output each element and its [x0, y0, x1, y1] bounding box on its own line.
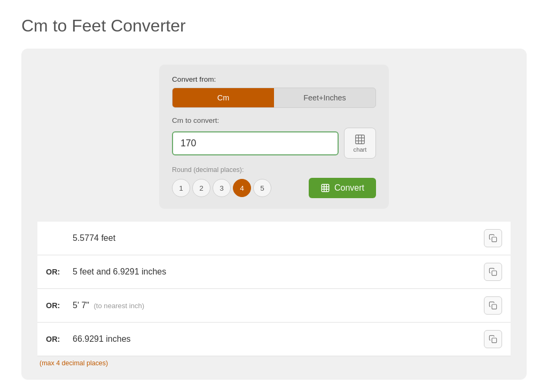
- convert-from-label: Convert from:: [172, 75, 376, 83]
- outer-card: Convert from: Cm Feet+Inches Cm to conve…: [21, 49, 527, 380]
- copy-button-3[interactable]: [484, 330, 502, 348]
- copy-button-1[interactable]: [484, 263, 502, 281]
- result-value-1: 5 feet and 6.9291 inches: [73, 267, 484, 277]
- copy-icon-0: [489, 234, 497, 242]
- convert-icon: [320, 183, 330, 193]
- results-container: 5.5774 feet OR: 5 feet and 6.9291 inches…: [37, 222, 511, 367]
- decimal-btn-2[interactable]: 2: [192, 179, 210, 197]
- chart-icon: [354, 134, 366, 145]
- feet-toggle-btn[interactable]: Feet+Inches: [274, 88, 375, 107]
- svg-rect-13: [492, 338, 497, 343]
- result-row-1: OR: 5 feet and 6.9291 inches: [37, 255, 511, 289]
- decimal-btn-3[interactable]: 3: [213, 179, 231, 197]
- copy-icon-2: [489, 301, 497, 310]
- cm-toggle-btn[interactable]: Cm: [173, 88, 274, 107]
- decimal-btn-4[interactable]: 4: [233, 179, 251, 197]
- toggle-group: Cm Feet+Inches: [172, 88, 376, 108]
- or-label-2: OR:: [46, 301, 73, 310]
- or-label-1: OR:: [46, 268, 73, 276]
- converter-box: Convert from: Cm Feet+Inches Cm to conve…: [159, 65, 389, 209]
- convert-button[interactable]: Convert: [309, 178, 376, 198]
- decimal-buttons: 1 2 3 4 5: [172, 179, 271, 197]
- copy-icon-3: [489, 335, 497, 343]
- svg-rect-12: [492, 304, 497, 309]
- copy-button-2[interactable]: [484, 296, 502, 315]
- input-chart-row: chart: [172, 128, 376, 159]
- result-row-3: OR: 66.9291 inches: [37, 323, 511, 356]
- chart-button[interactable]: chart: [344, 128, 376, 159]
- result-value-2: 5' 7" (to nearest inch): [73, 301, 484, 310]
- max-note: (max 4 decimal places): [37, 356, 511, 367]
- cm-input[interactable]: [172, 131, 339, 155]
- or-label-3: OR:: [46, 335, 73, 343]
- round-convert-row: 1 2 3 4 5 Convert: [172, 178, 376, 198]
- result-row-0: 5.5774 feet: [37, 222, 511, 255]
- svg-rect-10: [492, 237, 497, 242]
- decimal-btn-5[interactable]: 5: [253, 179, 271, 197]
- result-value-3: 66.9291 inches: [73, 334, 484, 344]
- result-value-0: 5.5774 feet: [73, 233, 484, 243]
- chart-label: chart: [354, 146, 367, 153]
- decimal-btn-1[interactable]: 1: [172, 179, 190, 197]
- copy-button-0[interactable]: [484, 229, 502, 247]
- svg-rect-5: [322, 184, 329, 192]
- cm-to-convert-label: Cm to convert:: [172, 116, 376, 124]
- copy-icon-1: [489, 268, 497, 276]
- round-label: Round (decimal places):: [172, 166, 376, 174]
- convert-button-label: Convert: [334, 183, 364, 193]
- svg-rect-11: [492, 271, 497, 276]
- page-title: Cm to Feet Converter: [21, 16, 527, 36]
- result-row-2: OR: 5' 7" (to nearest inch): [37, 289, 511, 323]
- svg-rect-0: [356, 135, 365, 144]
